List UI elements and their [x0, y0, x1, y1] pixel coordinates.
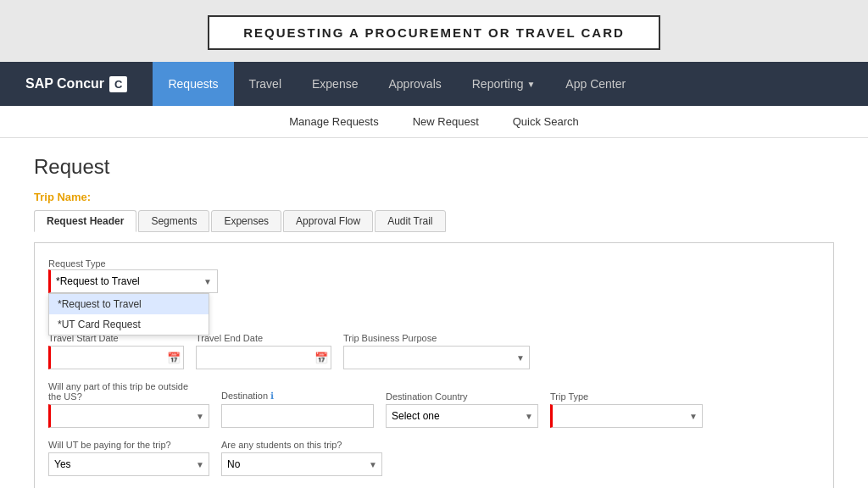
students-wrapper: No ▼	[221, 452, 382, 476]
destination-country-label: Destination Country	[386, 391, 538, 402]
tab-request-header[interactable]: Request Header	[34, 210, 136, 232]
navbar: SAP Concur C Requests Travel Expense App…	[0, 62, 868, 106]
brand-icon: C	[109, 76, 127, 92]
students-label: Are any students on this trip?	[221, 440, 382, 450]
trip-type-select[interactable]	[550, 404, 703, 428]
request-type-dropdown[interactable]: *Request to Travel ▼ *Request to Travel …	[48, 269, 218, 293]
destination-hint-icon: ℹ	[270, 391, 274, 401]
subnav-quick-search[interactable]: Quick Search	[496, 106, 596, 138]
form-row-dates: Travel Start Date 📅 Travel End Date 📅 Tr…	[48, 333, 820, 369]
form-group-trip-type: Trip Type ▼	[550, 391, 703, 428]
page-title: REQUESTING A PROCUREMENT OR TRAVEL CARD	[243, 25, 625, 40]
reporting-caret: ▼	[526, 80, 535, 89]
form-group-trip-business-purpose: Trip Business Purpose ▼	[343, 333, 530, 369]
form-group-ut-paying: Will UT be paying for the trip? Yes ▼	[48, 440, 209, 476]
form-group-start-date: Travel Start Date 📅	[48, 333, 184, 369]
nav-item-requests[interactable]: Requests	[153, 62, 233, 106]
request-type-caret: ▼	[203, 277, 212, 286]
outside-us-label: Will any part of this trip be outside th…	[48, 381, 201, 402]
tab-audit-trail[interactable]: Audit Trail	[375, 210, 445, 232]
nav-item-reporting[interactable]: Reporting ▼	[457, 62, 551, 106]
subnav-manage-requests[interactable]: Manage Requests	[272, 106, 396, 138]
form-group-students: Are any students on this trip? No ▼	[221, 440, 382, 476]
students-select[interactable]: No	[221, 452, 382, 476]
ut-paying-label: Will UT be paying for the trip?	[48, 440, 209, 450]
nav-item-expense[interactable]: Expense	[297, 62, 373, 106]
subnav-new-request[interactable]: New Request	[396, 106, 496, 138]
main-content: Request Trip Name: Request Header Segmen…	[0, 138, 868, 488]
trip-business-purpose-wrapper: ▼	[343, 346, 530, 369]
nav-item-approvals[interactable]: Approvals	[373, 62, 456, 106]
travel-end-date-input[interactable]	[196, 346, 331, 369]
ut-paying-select[interactable]: Yes	[48, 452, 209, 476]
form-section: Request Type *Request to Travel ▼ *Reque…	[34, 242, 834, 488]
trip-business-purpose-label: Trip Business Purpose	[343, 333, 530, 343]
start-date-wrapper: 📅	[48, 346, 184, 369]
travel-end-date-label: Travel End Date	[196, 333, 331, 343]
tab-segments[interactable]: Segments	[138, 210, 209, 232]
form-group-outside-us: Will any part of this trip be outside th…	[48, 381, 209, 428]
form-group-destination-country: Destination Country Select one ▼	[386, 391, 538, 428]
destination-country-select[interactable]: Select one	[386, 404, 538, 428]
tab-approval-flow[interactable]: Approval Flow	[283, 210, 373, 232]
ut-paying-wrapper: Yes ▼	[48, 452, 209, 476]
nav-item-travel[interactable]: Travel	[234, 62, 297, 106]
form-row-ut-students: Will UT be paying for the trip? Yes ▼ Ar…	[48, 440, 820, 476]
nav-items: Requests Travel Expense Approvals Report…	[153, 62, 641, 106]
tab-expenses[interactable]: Expenses	[211, 210, 281, 232]
destination-country-wrapper: Select one ▼	[386, 404, 538, 428]
trip-name-label: Trip Name:	[34, 191, 834, 203]
trip-type-wrapper: ▼	[550, 404, 703, 428]
form-group-destination: Destination ℹ	[221, 391, 374, 428]
outside-us-wrapper: ▼	[48, 404, 209, 428]
option-request-to-travel[interactable]: *Request to Travel	[49, 294, 209, 314]
page-title-container: REQUESTING A PROCUREMENT OR TRAVEL CARD	[0, 0, 868, 62]
tabs: Request Header Segments Expenses Approva…	[34, 210, 834, 232]
outside-us-select[interactable]	[48, 404, 209, 428]
form-group-end-date: Travel End Date 📅	[196, 333, 331, 369]
request-heading: Request	[34, 155, 834, 179]
form-row-destination: Will any part of this trip be outside th…	[48, 381, 820, 428]
brand-name: SAP Concur	[25, 76, 104, 92]
request-type-label: Request Type	[48, 258, 106, 269]
destination-input[interactable]	[221, 404, 374, 428]
end-date-wrapper: 📅	[196, 346, 331, 369]
destination-label: Destination ℹ	[221, 391, 374, 402]
travel-start-date-input[interactable]	[48, 346, 184, 369]
request-type-options: *Request to Travel *UT Card Request	[48, 293, 209, 336]
navbar-brand[interactable]: SAP Concur C	[25, 76, 127, 92]
page-title-box: REQUESTING A PROCUREMENT OR TRAVEL CARD	[208, 15, 660, 50]
trip-type-label: Trip Type	[550, 391, 703, 402]
trip-business-purpose-select[interactable]	[343, 346, 530, 369]
nav-item-appcenter[interactable]: App Center	[550, 62, 641, 106]
subnav: Manage Requests New Request Quick Search	[0, 106, 868, 138]
request-type-selected: *Request to Travel	[56, 275, 203, 287]
option-ut-card-request[interactable]: *UT Card Request	[49, 314, 209, 335]
